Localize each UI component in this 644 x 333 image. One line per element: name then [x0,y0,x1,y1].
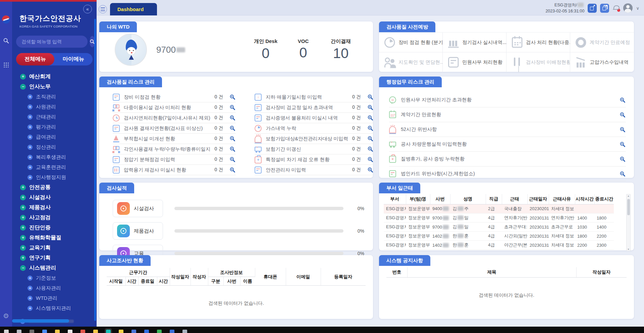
zoom-button[interactable] [619,141,626,148]
zoom-button[interactable] [619,156,626,162]
hamburger-menu-icon[interactable] [99,5,107,13]
sidebar-item-시스템관리[interactable]: −시스템관리 [20,263,97,273]
zoom-button[interactable] [619,126,626,133]
prevention-tile[interactable]: 정기검사 실시내역... [443,33,506,52]
column-header[interactable]: 근태 [502,194,527,204]
zoom-button[interactable] [367,104,374,111]
column-header[interactable]: 근태사유 [549,194,575,204]
sidebar-item-평가관리[interactable]: +평가관리 [28,122,97,132]
column-header[interactable]: 근태일자 [527,194,549,204]
zoom-button[interactable] [367,94,374,100]
sidebar-item-복리후생관리[interactable]: +복리후생관리 [28,152,97,162]
zoom-button[interactable] [367,146,374,152]
prevention-tile[interactable]: 검사 처리 현황(다중... [506,33,570,52]
zoom-button[interactable] [229,166,236,173]
app-icon[interactable] [144,330,149,333]
zoom-button[interactable] [229,135,236,142]
sidebar-item-정산관리[interactable]: +정산관리 [28,142,97,152]
user-avatar[interactable] [623,3,633,13]
app-icon[interactable] [80,330,85,333]
app-icon[interactable] [119,330,123,333]
sidebar-item-WTD관리[interactable]: +WTD관리 [28,293,97,303]
column-header[interactable]: 성명 [450,194,486,204]
table-row[interactable]: ESG경영처정보운영부9700김일4급초과근무대:20230131초과근무로10… [384,223,625,232]
browser-icon[interactable] [42,330,47,333]
search-icon[interactable] [2,37,10,44]
tab-dashboard[interactable]: Dashboard [110,3,157,15]
sidebar-item-인사행정지원[interactable]: +인사행정지원 [28,172,97,182]
menu-grid-icon[interactable] [2,61,10,68]
column-header[interactable]: 종료시간 [594,194,614,204]
zoom-button[interactable] [229,94,236,100]
search-icon[interactable] [17,330,21,333]
zoom-button[interactable] [229,104,236,111]
sidebar-item-기준정보[interactable]: +기준정보 [28,273,97,283]
sidebar-collapse-button[interactable]: « [83,5,92,13]
zoom-button[interactable] [367,114,374,121]
sidebar-item-사용자관리[interactable]: +사용자관리 [28,283,97,293]
folder-icon[interactable] [93,330,98,333]
sidebar-item-사원관리[interactable]: +사원관리 [28,102,97,112]
table-row[interactable]: ESG경영처정보운영부1402한훈4급연차휴가20230202연차휴가 [384,250,625,251]
zoom-button[interactable] [229,146,236,152]
table-row[interactable]: ESG경영처정보운영부1402한훈4급야간근무(본20230131차세대 정보2… [384,241,625,250]
prevention-tile[interactable]: 지도확인 및 면담현... [379,52,443,72]
table-row[interactable]: ESG경영처정보운영부9700김일4급연차휴가(반20230131연차휴가(반1… [384,213,625,223]
app-icon[interactable] [182,330,187,333]
table-vertical-scrollbar[interactable] [626,194,631,251]
table-row[interactable]: ESG경영처정보운영부9400김주2급국내출장20230201차세대 정보 [384,204,625,213]
zoom-button[interactable] [367,125,374,132]
zoom-button[interactable] [229,156,236,163]
column-header[interactable]: 직급 [486,194,502,204]
column-header[interactable]: 부(팀)명 [406,194,430,204]
tab-my-menu[interactable]: 마이메뉴 [54,53,93,65]
sidebar-item-급여관리[interactable]: +급여관리 [28,132,97,142]
prevention-tile[interactable]: 검사장비 미배정현황 [506,52,570,72]
zoom-button[interactable] [619,97,626,103]
open-multi-window-button[interactable] [600,4,609,13]
zoom-button[interactable] [367,156,374,163]
zoom-button[interactable] [619,111,626,118]
sidebar-item-안전공통[interactable]: +안전공통 [20,182,97,192]
zoom-button[interactable] [619,171,626,177]
table-row[interactable]: ESG경영처정보운영부1402한훈4급시간외(일반20230131차세대 정보1… [384,232,625,241]
app-icon[interactable] [131,330,136,333]
sidebar-item-진단인증[interactable]: +진단인증 [20,223,97,233]
column-header[interactable]: 시작시간 [575,194,594,204]
prevention-tile[interactable]: 장비 점검 현황 (분기) [379,33,443,52]
sidebar-horizontal-scrollbar[interactable] [12,319,69,323]
windows-start-icon[interactable] [4,330,9,333]
settings-gear-icon[interactable]: ⚙ [2,312,10,320]
sidebar-vertical-scrollbar[interactable] [94,19,96,321]
sidebar-item-연구기획[interactable]: +연구기획 [20,253,97,263]
zoom-button[interactable] [367,135,374,142]
sidebar-item-인사노무[interactable]: −인사노무 [20,82,97,92]
sidebar-item-교육훈련관리[interactable]: +교육훈련관리 [28,162,97,172]
app-icon[interactable] [170,330,174,333]
sidebar-item-시설검사[interactable]: +시설검사 [20,192,97,202]
sidebar-item-시스템유지관리[interactable]: +시스템유지관리 [28,303,97,313]
prevention-tile[interactable]: 계약기간 만료예정 [570,33,634,52]
chevron-down-icon[interactable]: ∨ [636,6,639,11]
menu-search-input[interactable] [16,36,88,48]
prevention-tile[interactable]: 고압가스수입내역 [570,52,634,72]
column-header[interactable]: 부서 [384,194,406,204]
tab-all-menu[interactable]: 전체메뉴 [16,53,54,65]
notification-bell-icon[interactable] [612,4,620,12]
open-window-button[interactable] [588,4,597,13]
app-icon[interactable] [157,330,162,333]
sidebar-item-예산회계[interactable]: +예산회계 [20,72,97,82]
sidebar-item-근태관리[interactable]: +근태관리 [28,112,97,122]
active-app-icon[interactable] [106,330,111,333]
performance-category-card[interactable]: 시설검사 [113,200,163,217]
performance-category-card[interactable]: 제품검사 [113,222,163,240]
zoom-button[interactable] [229,125,236,132]
app-icon[interactable] [68,330,72,333]
sidebar-item-제품검사[interactable]: +제품검사 [20,202,97,212]
app-icon[interactable] [55,330,60,333]
sidebar-item-조직관리[interactable]: +조직관리 [28,92,97,102]
task-view-icon[interactable] [30,330,34,333]
column-header[interactable]: 사번 [430,194,450,204]
sidebar-item-사고점검[interactable]: +사고점검 [20,212,97,223]
prevention-tile[interactable]: 민원사무 처리현황 [443,52,506,72]
